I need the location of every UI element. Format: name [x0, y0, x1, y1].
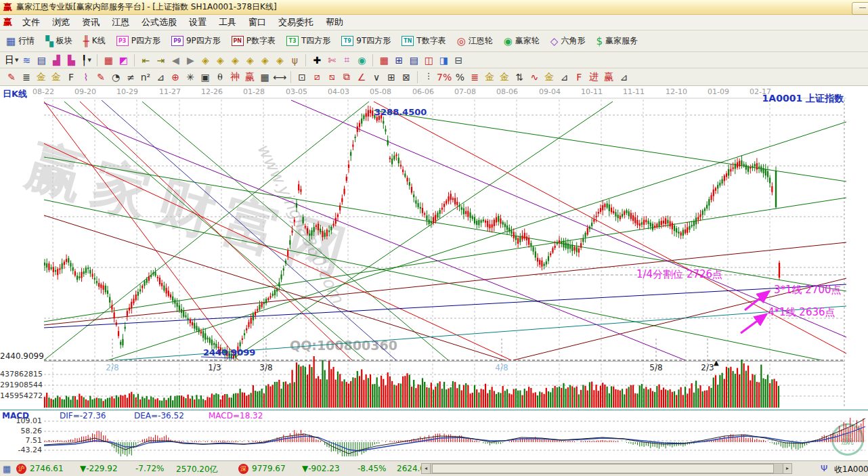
draw-tool-26-icon[interactable]: ⊞ [385, 70, 398, 84]
minimize-button[interactable]: — [852, 2, 868, 15]
draw-tool-0-icon[interactable]: ✎ [5, 70, 18, 84]
menu-item-2[interactable]: 资讯 [76, 15, 106, 30]
draw-tool-29-icon[interactable]: ⫶ [422, 70, 435, 84]
gann-angle-2-icon[interactable]: ◈ [213, 53, 227, 67]
toolbar-button-gann-wheel[interactable]: ◎江恩轮 [455, 33, 495, 49]
info-panel-icon[interactable]: ▤ [35, 53, 48, 67]
menu-item-4[interactable]: 公式选股 [135, 15, 183, 30]
draw-tool-20-icon[interactable]: ⊡ [295, 70, 309, 84]
scroll-track[interactable] [431, 463, 783, 474]
draw-tool-30-icon[interactable]: 7% [437, 70, 452, 84]
draw-tool-2-icon[interactable]: 金 [35, 70, 48, 84]
last-bar-icon[interactable]: ⇥ [154, 53, 167, 67]
draw-tool-34-icon[interactable]: 金 [498, 70, 511, 84]
menu-item-9[interactable]: 帮助 [320, 15, 349, 30]
draw-tool-32-icon[interactable]: ≣ [468, 70, 481, 84]
export-icon[interactable]: ◨ [437, 53, 450, 67]
toolbar-button-winner-service[interactable]: $赢家服务 [594, 33, 640, 49]
save-icon[interactable]: ◫ [422, 53, 435, 67]
draw-tool-4-icon[interactable]: F [64, 70, 78, 84]
gann-angle-4-icon[interactable]: ◈ [243, 53, 257, 67]
next-bar-icon[interactable]: ▶ [183, 53, 197, 67]
scroll-right-arrow[interactable]: ▸ [783, 463, 792, 474]
color-chart-icon[interactable]: ◩ [116, 53, 130, 67]
analysis-tool-icon[interactable]: ◉ [355, 53, 368, 67]
print-icon[interactable]: ⊟ [452, 53, 465, 67]
draw-tool-31-icon[interactable]: % [453, 70, 466, 84]
cut-tool-icon[interactable]: ✄ [325, 53, 339, 67]
chart-canvas[interactable] [0, 86, 868, 460]
toolbar-button-winner-wheel[interactable]: ◉赢家轮 [502, 33, 542, 49]
draw-tool-16-icon[interactable]: 赢 [243, 70, 257, 84]
draw-tool-24-icon[interactable]: ∠ [355, 70, 368, 84]
draw-tool-33-icon[interactable]: 金 [483, 70, 496, 84]
toolbar-button-hexagon[interactable]: ◇六角形 [548, 33, 588, 49]
draw-tool-12-icon[interactable]: ✳ [183, 70, 197, 84]
draw-tool-39-icon[interactable]: F [572, 70, 586, 84]
toolbar-button-t-number-table[interactable]: TNT数字表 [399, 33, 448, 49]
draw-tool-23-icon[interactable]: ⧉ [340, 70, 353, 84]
draw-tool-40-icon[interactable]: 进 [587, 70, 601, 84]
menu-item-3[interactable]: 江恩 [106, 15, 135, 30]
first-bar-icon[interactable]: ⇤ [139, 53, 152, 67]
prev-bar-icon[interactable]: ◀ [169, 53, 182, 67]
red-frame-icon[interactable]: ▦ [102, 53, 115, 67]
draw-tool-13-icon[interactable]: ▣ [198, 70, 212, 84]
calendar-icon[interactable]: ▦ [377, 53, 391, 67]
draw-tool-11-icon[interactable]: ⊕ [169, 70, 182, 84]
toolbar-button-kline[interactable]: ╫K线 [81, 33, 108, 49]
menu-item-6[interactable]: 工具 [213, 15, 242, 30]
gann-angle-3-icon[interactable]: ◈ [228, 53, 242, 67]
draw-tool-36-icon[interactable]: ∿ [527, 70, 541, 84]
hand-drag-icon[interactable]: ψ [288, 53, 301, 67]
crosshair-icon[interactable]: ✚ [310, 53, 324, 67]
toolbar-button-t-square[interactable]: T3T四方形 [284, 33, 332, 49]
status-grid-icon[interactable]: ▦ [3, 464, 11, 474]
toolbar-button-9t-square[interactable]: T99T四方形 [339, 33, 393, 49]
toolbar-button-quotes[interactable]: ▦行情 [4, 33, 37, 49]
small-chart-3-icon[interactable]: ▟ [49, 53, 63, 67]
toolbar-button-p-square[interactable]: P3P四方形 [114, 33, 162, 49]
draw-tool-6-icon[interactable]: ✎ [94, 70, 108, 84]
draw-tool-9-icon[interactable]: n² [139, 70, 152, 84]
gann-angle-1-icon[interactable]: ◈ [198, 53, 212, 67]
draw-tool-38-icon[interactable]: ⊿ [557, 70, 571, 84]
draw-tool-21-icon[interactable]: ⧄ [310, 70, 324, 84]
menu-item-8[interactable]: 交易委托 [272, 15, 320, 30]
menu-item-0[interactable]: 文件 [16, 15, 46, 30]
gann-angle-6-icon[interactable]: ◈ [273, 53, 286, 67]
draw-tool-10-icon[interactable]: ⊿ [154, 70, 167, 84]
period-selector-icon[interactable]: 日▼ [5, 53, 18, 67]
candle-style-icon[interactable]: ╿▼ [79, 53, 93, 67]
toolbar-button-p-number-table[interactable]: PNP数字表 [230, 33, 278, 49]
small-chart-9-icon[interactable]: ▙ [64, 53, 78, 67]
gann-angle-5-icon[interactable]: ◈ [258, 53, 272, 67]
draw-tool-15-icon[interactable]: 神 [228, 70, 242, 84]
draw-tool-37-icon[interactable]: 金 [542, 70, 556, 84]
draw-tool-1-icon[interactable]: ≣ [20, 70, 33, 84]
draw-tool-42-icon[interactable]: ⊿ [617, 70, 630, 84]
draw-tool-8-icon[interactable]: ≠ [124, 70, 137, 84]
chart-region[interactable]: 赢家财富网 www.yingjia360.com QQ:100800360 赢 … [0, 86, 868, 460]
menu-item-7[interactable]: 窗口 [242, 15, 272, 30]
draw-tool-3-icon[interactable]: 金 [49, 70, 63, 84]
trend-tool-icon[interactable]: ≋ [20, 53, 33, 67]
draw-tool-35-icon[interactable]: ⇅ [513, 70, 526, 84]
toolbar-button-9p-square[interactable]: P99P四方形 [169, 33, 223, 49]
draw-tool-17-icon[interactable]: ▦ [258, 70, 272, 84]
notes-icon[interactable]: ▤ [407, 53, 420, 67]
calculator-icon[interactable]: ⊞ [392, 53, 406, 67]
draw-tool-22-icon[interactable]: ⧅ [325, 70, 339, 84]
toolbar-button-sectors[interactable]: ▚板块 [43, 33, 74, 49]
menu-item-5[interactable]: 设置 [183, 15, 213, 30]
scroll-thumb[interactable] [432, 464, 774, 473]
horizontal-scrollbar[interactable]: ◂ ▸ [421, 463, 792, 474]
draw-tool-18-icon[interactable]: ⟷ [273, 70, 286, 84]
menu-item-1[interactable]: 浏览 [46, 15, 76, 30]
draw-tool-25-icon[interactable]: ∨ [370, 70, 383, 84]
draw-tool-27-icon[interactable]: ⊠ [399, 70, 413, 84]
draw-tool-14-icon[interactable]: ⍬ [213, 70, 227, 84]
draw-tool-5-icon[interactable]: ⌇ [79, 70, 93, 84]
draw-tool-41-icon[interactable]: 赢 [602, 70, 615, 84]
draw-tool-7-icon[interactable]: ◔ [109, 70, 123, 84]
